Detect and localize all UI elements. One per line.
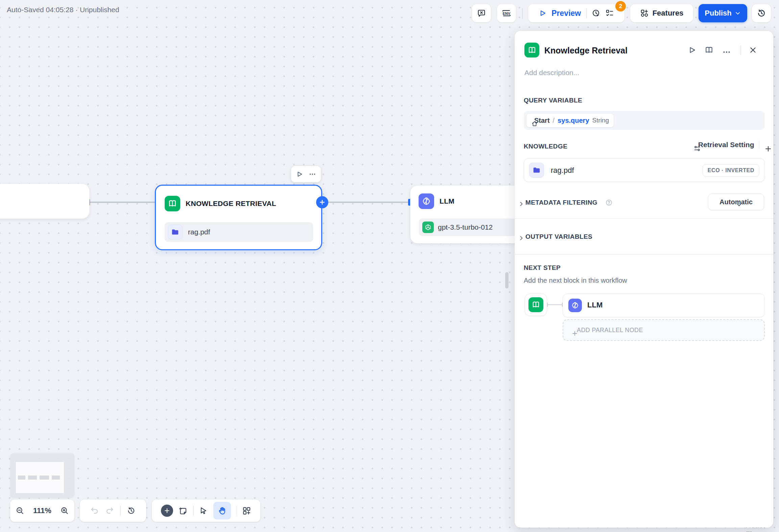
chat-x-icon: [477, 8, 486, 18]
checklist-badge: 2: [615, 1, 626, 11]
zoom-in-icon[interactable]: [60, 506, 69, 515]
autosave-status: Auto-Saved 04:05:28 · Unpublished: [7, 6, 119, 14]
variable-type: String: [592, 117, 609, 124]
node-model-name: gpt-3.5-turbo-012: [438, 223, 493, 231]
section-divider: [515, 254, 773, 255]
actions-divider: [759, 140, 760, 149]
preview-button[interactable]: Preview: [551, 9, 581, 18]
minimap-node: [18, 476, 25, 480]
hand-icon: [217, 506, 227, 515]
organize-blocks-icon[interactable]: [242, 506, 251, 515]
section-divider: [515, 218, 773, 219]
query-variable-section-label: QUERY VARIABLE: [524, 97, 582, 104]
description-placeholder[interactable]: Add description...: [524, 69, 579, 77]
next-step-hint: Add the next block in this workflow: [524, 277, 627, 284]
undo-icon[interactable]: [90, 506, 99, 515]
features-label: Features: [653, 9, 684, 18]
topbar-divider: [522, 8, 523, 19]
knowledge-retrieval-icon: [524, 43, 539, 57]
next-step-section-label: NEXT STEP: [524, 264, 561, 272]
edge-knowledge-to-llm: [322, 202, 409, 203]
add-parallel-node-button[interactable]: ADD PARALLEL NODE: [563, 319, 765, 341]
publish-label: Publish: [705, 9, 731, 18]
env-icon-label: ENV: [503, 11, 511, 16]
hand-mode-button[interactable]: [213, 502, 231, 519]
variable-name: sys.query: [558, 117, 589, 124]
llm-node[interactable]: LLM gpt-3.5-turbo-012: [410, 185, 527, 244]
knowledge-retrieval-icon: [528, 297, 543, 312]
minimap-viewport: [16, 462, 64, 493]
chevron-down-icon: [734, 10, 741, 17]
panel-title: Knowledge Retrieval: [544, 46, 628, 55]
folder-chip: [529, 163, 544, 178]
env-variables-button[interactable]: ENV: [497, 4, 516, 22]
history-restore-icon: [757, 8, 766, 18]
llm-icon: [568, 299, 582, 312]
header-divider: [740, 46, 741, 55]
preview-group: Preview: [528, 4, 624, 22]
canvas-scrollbar-thumb[interactable]: [505, 272, 509, 288]
llm-icon: [419, 193, 434, 209]
node-title: KNOWLEDGE RETRIEVAL: [186, 200, 276, 208]
minimap-node: [40, 476, 49, 480]
version-history-button[interactable]: [752, 4, 771, 22]
knowledge-actions: Retrieval Setting: [693, 140, 764, 149]
run-node-icon[interactable]: [296, 170, 303, 178]
start-node[interactable]: [0, 184, 90, 219]
minimap-node: [28, 476, 37, 480]
metadata-filtering-section-label[interactable]: METADATA FILTERING: [525, 199, 597, 206]
node-title: LLM: [440, 197, 454, 205]
zoom-level[interactable]: 111%: [33, 506, 51, 515]
preview-group-divider: [586, 8, 587, 18]
node-dataset-row: rag.pdf: [165, 222, 313, 242]
bar-divider: [236, 506, 237, 516]
play-icon[interactable]: [539, 9, 547, 17]
run-history-icon[interactable]: [592, 9, 600, 18]
node-model-row: gpt-3.5-turbo-012: [419, 218, 519, 236]
dataset-name: rag.pdf: [551, 166, 574, 175]
dataset-badge: ECO · INVERTED: [703, 164, 759, 177]
minimap[interactable]: [10, 453, 74, 498]
query-variable-input[interactable]: Start / sys.query String: [524, 111, 765, 130]
node-dataset-name: rag.pdf: [188, 228, 210, 236]
zoom-out-icon[interactable]: [16, 506, 24, 515]
tools-bar: [152, 500, 260, 522]
openai-icon: [422, 222, 434, 233]
knowledge-section-label: KNOWLEDGE: [524, 143, 567, 150]
node-config-panel: Knowledge Retrieval Add description... Q…: [515, 31, 773, 528]
next-step-llm-label: LLM: [587, 301, 603, 309]
more-options-icon[interactable]: [309, 170, 316, 178]
chat-annotation-button[interactable]: [472, 4, 491, 22]
next-step-connector: [547, 304, 563, 305]
pointer-mode-icon[interactable]: [199, 506, 208, 515]
metadata-mode-dropdown[interactable]: Automatic: [708, 193, 764, 210]
bar-divider: [193, 506, 194, 516]
undo-redo-bar: [80, 500, 146, 522]
features-icon: [640, 9, 649, 18]
add-block-button[interactable]: [161, 505, 173, 517]
bar-divider: [120, 506, 121, 516]
variable-pill[interactable]: Start / sys.query String: [526, 113, 614, 128]
knowledge-dataset-card[interactable]: rag.pdf ECO · INVERTED: [524, 158, 765, 182]
minimap-node: [52, 476, 60, 480]
knowledge-retrieval-node[interactable]: KNOWLEDGE RETRIEVAL rag.pdf: [155, 185, 322, 250]
node-toolbar: [291, 166, 321, 182]
next-step-llm-card[interactable]: LLM: [563, 294, 765, 317]
change-history-icon[interactable]: [127, 506, 136, 515]
current-node-thumbnail: [525, 294, 547, 316]
redo-icon[interactable]: [105, 506, 114, 515]
output-variables-section-label[interactable]: OUTPUT VARIABLES: [525, 233, 592, 240]
checklist-icon[interactable]: [605, 9, 614, 18]
add-note-icon[interactable]: [179, 506, 188, 515]
edge-start-to-knowledge: [89, 202, 156, 203]
publish-button[interactable]: Publish: [699, 4, 747, 22]
add-parallel-node-label: ADD PARALLEL NODE: [577, 327, 643, 334]
zoom-bar: 111%: [10, 500, 74, 522]
features-button[interactable]: Features: [630, 4, 693, 22]
add-next-node-button[interactable]: [316, 196, 328, 208]
knowledge-retrieval-icon: [165, 196, 180, 211]
env-icon: ENV: [501, 7, 512, 19]
folder-chip: [168, 225, 183, 239]
variable-separator: /: [553, 117, 555, 124]
retrieval-setting-button[interactable]: Retrieval Setting: [698, 141, 754, 149]
